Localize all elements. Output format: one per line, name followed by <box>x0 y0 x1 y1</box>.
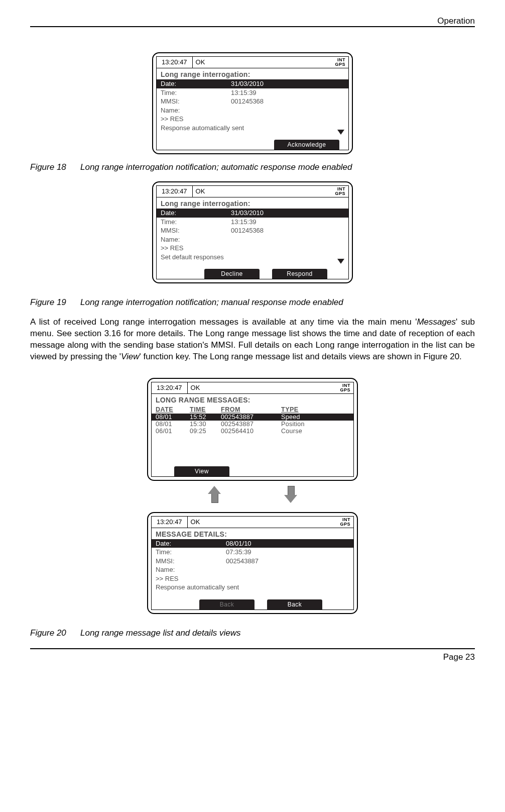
status: OK <box>193 186 335 197</box>
scroll-down-icon[interactable] <box>337 259 344 264</box>
acknowledge-button[interactable]: Acknowledge <box>274 140 339 150</box>
section-title: Operation <box>437 16 475 26</box>
lcd-frame: 13:20:47 OK INTGPS Long range interrogat… <box>152 52 353 154</box>
row-name[interactable]: Name: <box>161 235 344 244</box>
row-footer: Response automatically sent <box>161 124 344 133</box>
row-date[interactable]: Date:31/03/2010 <box>157 79 348 88</box>
respond-button[interactable]: Respond <box>272 269 327 279</box>
panel-title: LONG RANGE MESSAGES: <box>152 393 353 405</box>
row-date[interactable]: Date:08/01/10 <box>152 539 353 548</box>
clock: 13:20:47 <box>157 186 193 197</box>
scroll-down-icon[interactable] <box>337 130 344 135</box>
arrow-up-icon <box>209 486 220 503</box>
back-button-disabled: Back <box>199 599 255 610</box>
row-mmsi[interactable]: MMSI:001245368 <box>161 97 344 106</box>
view-button[interactable]: View <box>174 466 229 476</box>
row-mmsi[interactable]: MMSI:002543887 <box>156 557 349 566</box>
figure-19-caption: Figure 19Long range interrogation notifi… <box>30 297 475 308</box>
message-table: DATE TIME FROM TYPE 08/01 15:52 00254388… <box>152 405 353 464</box>
clock: 13:20:47 <box>152 382 188 393</box>
gps-indicator: INTGPS <box>335 186 348 197</box>
table-row[interactable]: 06/01 09:25 002564410 Course <box>156 428 349 435</box>
row-time[interactable]: Time:07:35:39 <box>156 548 349 557</box>
row-res: >> RES <box>156 574 349 583</box>
header-rule: Operation <box>30 26 475 27</box>
gps-indicator: INTGPS <box>335 57 348 68</box>
status: OK <box>193 57 335 68</box>
nav-arrows <box>30 486 475 503</box>
row-time[interactable]: Time:13:15:39 <box>161 218 344 227</box>
document-page: Operation 13:20:47 OK INTGPS Long range … <box>0 0 505 812</box>
table-row[interactable]: 08/01 15:52 002543887 Speed <box>152 414 353 421</box>
row-date[interactable]: Date:31/03/2010 <box>157 209 348 218</box>
status: OK <box>188 517 340 528</box>
panel-title: Long range interrogation: <box>157 68 348 79</box>
gps-indicator: INTGPS <box>340 382 353 393</box>
row-time[interactable]: Time:13:15:39 <box>161 88 344 97</box>
gps-indicator: INTGPS <box>340 517 353 528</box>
figure-20-list-panel: 13:20:47 OK INTGPS LONG RANGE MESSAGES: … <box>30 378 475 481</box>
figure-19-panel: 13:20:47 OK INTGPS Long range interrogat… <box>30 181 475 283</box>
figure-20-detail-panel: 13:20:47 OK INTGPS MESSAGE DETAILS: Date… <box>30 512 475 614</box>
figure-18-caption: Figure 18Long range interrogation notifi… <box>30 162 475 172</box>
body-paragraph: A list of received Long range interrogat… <box>30 317 475 363</box>
status: OK <box>188 382 340 393</box>
row-footer: Set default responses <box>161 253 344 262</box>
table-header: DATE TIME FROM TYPE <box>156 405 349 414</box>
table-row[interactable]: 08/01 15:30 002543887 Position <box>156 421 349 428</box>
panel-title: MESSAGE DETAILS: <box>152 528 353 539</box>
row-res: >> RES <box>161 115 344 124</box>
row-name[interactable]: Name: <box>156 565 349 574</box>
page-number: Page 23 <box>30 652 475 662</box>
figure-20-caption: Figure 20Long range message list and det… <box>30 628 475 638</box>
row-res: >> RES <box>161 244 344 253</box>
clock: 13:20:47 <box>157 57 193 68</box>
footer-rule <box>30 648 475 649</box>
panel-title: Long range interrogation: <box>157 197 348 209</box>
row-name[interactable]: Name: <box>161 106 344 115</box>
back-button[interactable]: Back <box>267 599 322 610</box>
figure-18-panel: 13:20:47 OK INTGPS Long range interrogat… <box>30 52 475 154</box>
decline-button[interactable]: Decline <box>204 269 260 279</box>
arrow-down-icon <box>285 486 296 503</box>
row-mmsi[interactable]: MMSI:001245368 <box>161 226 344 235</box>
row-footer: Response automatically sent <box>156 583 349 592</box>
clock: 13:20:47 <box>152 517 188 528</box>
